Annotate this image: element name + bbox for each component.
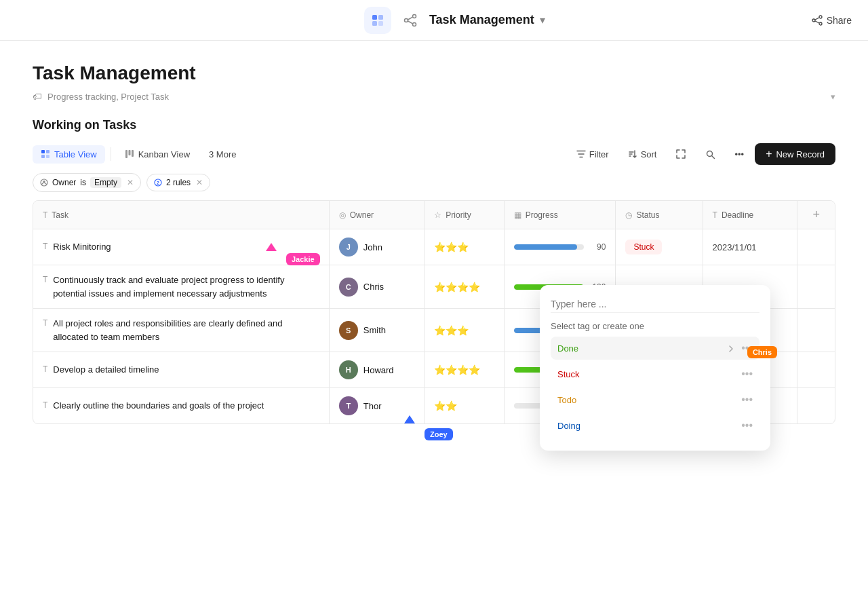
col-status-label: Status bbox=[636, 210, 659, 220]
row-extra-5 bbox=[797, 388, 835, 424]
sort-label: Sort bbox=[641, 149, 657, 159]
owner-name-1: John bbox=[363, 242, 382, 252]
option-stuck-dots[interactable]: ••• bbox=[741, 368, 753, 380]
kanban-view-button[interactable]: Kanban View bbox=[117, 145, 198, 164]
col-task-icon: T bbox=[43, 210, 47, 220]
svg-rect-19 bbox=[128, 150, 130, 155]
col-priority-label: Priority bbox=[446, 210, 471, 220]
owner-cell-1[interactable]: J John bbox=[329, 229, 425, 265]
sort-button[interactable]: Sort bbox=[620, 145, 665, 164]
svg-line-8 bbox=[408, 21, 412, 24]
dropdown-option-stuck[interactable]: Stuck ••• bbox=[551, 362, 760, 385]
task-cell-1: T Risk Minitoring bbox=[33, 229, 329, 265]
status-dropdown: Select tag or create one Done ••• Stuck … bbox=[540, 285, 770, 446]
search-button[interactable] bbox=[697, 145, 724, 164]
table-row: T Risk Minitoring J John ⭐⭐⭐ bbox=[33, 229, 835, 265]
stars-5: ⭐⭐ bbox=[434, 400, 457, 411]
progress-bar-bg-1 bbox=[514, 244, 585, 250]
owner-filter-chip[interactable]: Owner is Empty ✕ bbox=[33, 173, 141, 192]
owner-cell-2[interactable]: C Chris bbox=[329, 265, 425, 309]
app-title: Task Management bbox=[429, 13, 534, 27]
table-header-row: T Task ◎ Owner ☆ Priority bbox=[33, 201, 835, 229]
chris-badge: Chris bbox=[747, 346, 777, 358]
task-text-3: All project roles and responsibilities a… bbox=[53, 317, 319, 343]
dropdown-option-done[interactable]: Done ••• bbox=[551, 337, 760, 360]
task-type-icon: T bbox=[43, 275, 47, 284]
section-title: Working on Tasks bbox=[33, 118, 835, 132]
svg-rect-2 bbox=[372, 21, 377, 26]
avatar-howard: H bbox=[339, 360, 358, 379]
status-cell-1[interactable]: Stuck bbox=[616, 229, 703, 265]
task-text-4: Develop a detailed timeline bbox=[53, 363, 159, 377]
add-column-button[interactable]: + bbox=[807, 208, 825, 222]
priority-cell-5: ⭐⭐ bbox=[425, 388, 504, 424]
svg-rect-3 bbox=[378, 21, 383, 26]
rules-chip[interactable]: 2 2 rules ✕ bbox=[146, 174, 210, 191]
dropdown-option-doing[interactable]: Doing ••• bbox=[551, 414, 760, 437]
filter-button[interactable]: Filter bbox=[568, 145, 617, 164]
kanban-view-label: Kanban View bbox=[138, 149, 190, 159]
col-progress: ▦ Progress bbox=[504, 201, 616, 229]
share-button[interactable]: Share bbox=[812, 15, 852, 26]
col-add[interactable]: + bbox=[797, 201, 835, 229]
page-tags: 🏷 Progress tracking, Project Task ▾ bbox=[33, 91, 835, 102]
more-views-button[interactable]: 3 More bbox=[201, 145, 244, 164]
svg-rect-1 bbox=[378, 15, 383, 20]
topnav-center: Task Management ▾ bbox=[364, 7, 545, 34]
expand-button[interactable] bbox=[667, 145, 694, 164]
col-progress-icon: ▦ bbox=[514, 210, 521, 220]
topnav: Task Management ▾ Share bbox=[0, 0, 868, 41]
deadline-cell-1: 2023/11/01 bbox=[703, 229, 797, 265]
col-owner-label: Owner bbox=[350, 210, 374, 220]
option-doing-label: Doing bbox=[557, 421, 580, 431]
filter-close-icon[interactable]: ✕ bbox=[127, 178, 134, 187]
stars-3: ⭐⭐⭐ bbox=[434, 325, 469, 336]
owner-name-4: Howard bbox=[363, 365, 394, 375]
jackie-pointer-icon bbox=[266, 243, 277, 251]
dropdown-option-todo[interactable]: Todo ••• bbox=[551, 388, 760, 411]
tags-chevron-icon[interactable]: ▾ bbox=[831, 92, 835, 102]
title-chevron-icon[interactable]: ▾ bbox=[540, 14, 545, 26]
task-cell-4: T Develop a detailed timeline bbox=[33, 352, 329, 388]
col-priority-icon: ☆ bbox=[434, 210, 441, 220]
tag-icon: 🏷 bbox=[33, 91, 42, 102]
more-options-button[interactable]: ••• bbox=[726, 145, 752, 164]
owner-name-2: Chris bbox=[363, 282, 384, 292]
col-status: ◷ Status bbox=[616, 201, 703, 229]
table-view-button[interactable]: Table View bbox=[33, 145, 105, 164]
share-label: Share bbox=[827, 15, 852, 26]
col-task-label: Task bbox=[52, 210, 68, 220]
svg-rect-17 bbox=[46, 155, 50, 158]
task-type-icon: T bbox=[43, 318, 47, 328]
svg-rect-20 bbox=[132, 150, 134, 157]
option-doing-dots[interactable]: ••• bbox=[741, 419, 753, 432]
option-todo-dots[interactable]: ••• bbox=[741, 394, 753, 406]
col-deadline-icon: T bbox=[713, 210, 717, 220]
empty-badge: Empty bbox=[90, 177, 121, 188]
svg-point-10 bbox=[812, 19, 815, 22]
dropdown-search-input[interactable] bbox=[551, 296, 760, 313]
svg-point-24 bbox=[43, 181, 45, 183]
task-text-1: Risk Minitoring bbox=[53, 240, 111, 254]
tags-text: Progress tracking, Project Task bbox=[47, 92, 169, 102]
svg-line-13 bbox=[815, 21, 819, 23]
new-record-label: New Record bbox=[776, 149, 825, 159]
col-owner: ◎ Owner bbox=[329, 201, 425, 229]
new-record-button[interactable]: + New Record bbox=[755, 143, 835, 165]
owner-cell-4[interactable]: H Howard bbox=[329, 352, 425, 388]
svg-point-4 bbox=[404, 18, 408, 22]
owner-cell-3[interactable]: S Smith bbox=[329, 309, 425, 352]
deadline-1: 2023/11/01 bbox=[713, 242, 757, 252]
svg-point-9 bbox=[819, 16, 822, 18]
status-badge-1: Stuck bbox=[625, 240, 662, 254]
col-deadline: T Deadline bbox=[703, 201, 797, 229]
stars-2: ⭐⭐⭐⭐ bbox=[434, 282, 480, 292]
svg-point-11 bbox=[819, 22, 822, 25]
task-text-2: Continuously track and evaluate project … bbox=[53, 273, 319, 300]
avatar-smith: S bbox=[339, 321, 358, 340]
option-done-label: Done bbox=[557, 343, 578, 354]
zoey-badge: Zoey bbox=[425, 428, 453, 440]
task-cell-3: T All project roles and responsibilities… bbox=[33, 309, 329, 352]
svg-line-7 bbox=[408, 17, 412, 20]
rules-close-icon[interactable]: ✕ bbox=[196, 178, 203, 187]
